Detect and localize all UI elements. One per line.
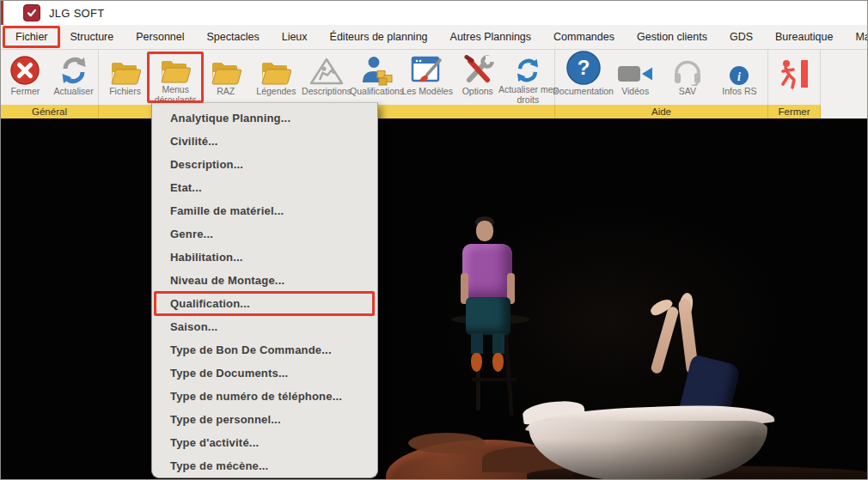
exit-door-icon — [774, 58, 814, 93]
performer-shin — [492, 333, 504, 354]
tab-personnel[interactable]: Personnel — [125, 25, 195, 49]
annotation-box — [154, 291, 375, 316]
video-camera-icon — [616, 52, 654, 86]
headset-icon — [671, 52, 704, 86]
menu-item-saison[interactable]: Saison... — [152, 315, 377, 338]
group-label-aide: Aide — [555, 105, 768, 118]
menu-item-famille-de-materiel[interactable]: Famille de matériel... — [152, 199, 377, 222]
menu-item-civilite[interactable]: Civilité... — [152, 130, 377, 153]
ribbon: FermerActualiserFichiersMenus déroulants… — [1, 50, 867, 105]
window-brush-icon — [411, 52, 443, 86]
toolbar-button-label: Infos RS — [708, 87, 770, 97]
svg-text:?: ? — [577, 56, 590, 79]
fichiers-button[interactable]: Fichiers — [101, 52, 150, 105]
toolbar-group-item: FichiersMenus déroulantsRAZLégendesDescr… — [99, 50, 555, 105]
menu-item-type-de-mecene[interactable]: Type de mécène... — [152, 454, 377, 477]
folder-icon — [260, 52, 292, 86]
person-boxes-icon — [361, 52, 394, 86]
performer-foot — [492, 353, 504, 372]
stool-rung — [472, 378, 517, 381]
fermer-button[interactable]: Fermer — [1, 52, 49, 105]
menu-item-description[interactable]: Description... — [152, 153, 377, 176]
group-band: GénéralAideFermer — [1, 105, 867, 119]
folder-icon — [159, 52, 192, 84]
menu-item-type-de-bon-de-commande[interactable]: Type de Bon De Commande... — [152, 338, 377, 362]
folder-icon — [210, 52, 242, 86]
tab-lieux[interactable]: Lieux — [271, 25, 319, 49]
sav-button[interactable]: SAV — [663, 52, 712, 105]
toolbar-group-aide: ?DocumentationVidéosSAViInfos RS — [555, 50, 768, 105]
menu-item-type-de-numero-de-telephone[interactable]: Type de numéro de téléphone... — [152, 385, 377, 408]
performer-foot — [471, 353, 482, 372]
menu-item-type-de-personnel[interactable]: Type de personnel... — [152, 408, 377, 431]
tab-structure[interactable]: Structure — [59, 25, 125, 49]
descriptions-button[interactable]: Descriptions — [303, 52, 351, 105]
tab-gestion-clients[interactable]: Gestion clients — [626, 25, 718, 49]
moss-mound — [408, 433, 486, 453]
tab-autres-plannings[interactable]: Autres Plannings — [439, 25, 543, 49]
question-circle-icon: ? — [565, 52, 602, 86]
tab-gds[interactable]: GDS — [718, 25, 764, 49]
actualiser-button[interactable]: Actualiser — [50, 52, 98, 105]
videos-button[interactable]: Vidéos — [611, 52, 659, 105]
les-modeles-button[interactable]: Les Modèles — [403, 52, 451, 105]
toolbar-button-label: Actualiser mes droits — [497, 85, 559, 105]
title-bar: JLG SOFT — [1, 1, 867, 25]
dropdown-menu: Analytique Planning...Civilité...Descrip… — [151, 102, 378, 478]
legendes-button[interactable]: Légendes — [252, 52, 300, 105]
options-button[interactable]: Options — [454, 52, 502, 105]
toolbar-group-fermer — [768, 50, 821, 105]
performer-pants — [466, 297, 510, 335]
performer-shirt — [462, 244, 512, 299]
tab-bureautique[interactable]: Bureautique — [764, 25, 844, 49]
annotation-box — [3, 26, 60, 48]
stage-photo — [1, 118, 868, 480]
refresh-blue-icon — [514, 52, 541, 84]
fermer-exit-button[interactable] — [774, 52, 814, 105]
info-circle-icon: i — [729, 52, 749, 86]
app-window: JLG SOFT FichierStructurePersonnelSpecta… — [0, 0, 868, 480]
svg-text:i: i — [737, 70, 741, 83]
toolbar-group-general: FermerActualiser — [1, 50, 99, 105]
raz-button[interactable]: RAZ — [202, 52, 250, 105]
group-label-general: Général — [1, 105, 99, 118]
menu-item-qualification[interactable]: Qualification... — [152, 292, 377, 315]
infos-rs-button[interactable]: iInfos RS — [715, 52, 763, 105]
menu-item-type-de-documents[interactable]: Type de Documents... — [152, 362, 377, 385]
tab-commandes[interactable]: Commandes — [542, 25, 626, 49]
menubar-tabs: FichierStructurePersonnelSpectaclesLieux… — [1, 25, 867, 50]
close-circle-icon — [9, 52, 40, 86]
actualiser-mes-droits-button[interactable]: Actualiser mes droits — [504, 52, 552, 105]
performer-shin — [471, 333, 483, 354]
menu-item-analytique-planning[interactable]: Analytique Planning... — [152, 106, 377, 130]
menu-item-type-d-activite[interactable]: Type d'activité... — [152, 431, 377, 454]
performer-head — [476, 221, 493, 241]
group-label-fermer: Fermer — [768, 105, 821, 118]
tab-spectacles[interactable]: Spectacles — [196, 25, 271, 49]
app-check-icon — [23, 4, 40, 21]
construction-icon — [309, 52, 344, 86]
tools-icon — [461, 52, 495, 86]
app-title: JLG SOFT — [49, 7, 105, 20]
menu-item-niveau-de-montage[interactable]: Niveau de Montage... — [152, 269, 377, 292]
menu-item-genre[interactable]: Genre... — [152, 222, 377, 246]
folder-icon — [109, 52, 142, 86]
tab-ma-barre-d-outils[interactable]: Ma barre d'outils — [844, 25, 868, 49]
documentation-button[interactable]: ?Documentation — [559, 52, 608, 105]
qualifications-button[interactable]: Qualifications — [353, 52, 401, 105]
menus-deroulants-button[interactable]: Menus déroulants — [151, 52, 199, 105]
refresh-icon — [58, 52, 89, 86]
menu-item-habilitation[interactable]: Habilitation... — [152, 246, 377, 269]
tab-fichier[interactable]: Fichier — [4, 25, 59, 49]
tab-editeurs-de-planning[interactable]: Éditeurs de planning — [319, 25, 439, 49]
menu-item-etat[interactable]: Etat... — [152, 176, 377, 199]
